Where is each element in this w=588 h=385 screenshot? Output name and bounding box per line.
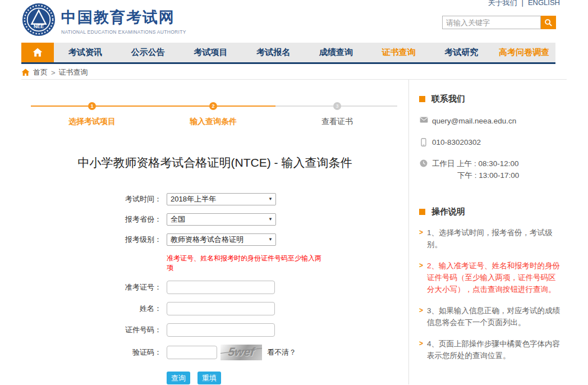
captcha-row: 验证码： 5wef 看不清？ [21,345,408,360]
province-row: 报考省份： 全国 ▼ [21,213,408,226]
captcha-input[interactable] [167,346,217,359]
instruction-item-2: > 2、输入准考证号、姓名和报考时的身份证件号码（至少输入两项，证件号码区分大小… [419,260,573,295]
arrow-marker-icon: > [419,227,423,250]
instruction-text: 4、页面上部操作步骤中橘黄色字体内容表示您所处的查询位置。 [427,338,563,361]
level-value: 教师资格考试合格证明 [171,235,244,244]
arrow-marker-icon: > [419,338,423,361]
phone-icon [419,138,428,146]
step-1-label: 选择考试项目 [53,117,131,127]
button-row: 查询 重填 [167,372,408,384]
instruction-item-3: > 3、如果输入信息正确，对应考试的成绩信息将会在下一个页面列出。 [419,305,573,328]
contact-phone: 010-83020302 [432,138,481,147]
sidebar: 联系我们 query@mail.neea.edu.cn [409,80,573,384]
step-3-label: 查看证书 [298,117,376,127]
instructions-section-title: 操作说明 [419,207,573,217]
captcha-label: 验证码： [21,347,167,358]
breadcrumb-separator: > [51,68,56,77]
step-2-label: 输入查询条件 [174,117,252,127]
instruction-text: 2、输入准考证号、姓名和报考时的身份证件号码（至少输入两项，证件号码区分大小写）… [427,260,563,295]
nav-item-score-query[interactable]: 成绩查询 [305,43,368,62]
instruction-text: 3、如果输入信息正确，对应考试的成绩信息将会在下一个页面列出。 [427,305,563,328]
breadcrumb-home-link[interactable]: 首页 [33,67,48,77]
arrow-marker-icon: > [419,305,423,328]
page-title: 中小学教师资格考试合格证明(NTCE) - 输入查询条件 [21,155,408,171]
contact-phone-row: 010-83020302 [419,138,573,147]
exam-time-label: 考试时间： [21,194,167,204]
province-label: 报考省份： [21,214,167,224]
site-subtitle: NATIONAL EDUCATION EXAMINATIONS AUTHORIT… [61,29,186,35]
arrow-marker-icon: > [419,260,423,295]
query-form: 考试时间： 2018年上半年 ▼ 报考省份： 全国 ▼ 报考级别： [21,193,408,384]
clock-icon [419,159,428,167]
instructions-title-text: 操作说明 [431,207,465,217]
top-links: 关于我们|ENGLISH [488,0,560,8]
nav-home-button[interactable] [21,43,54,62]
captcha-text: 5wef [220,345,262,359]
main-nav: 考试资讯 公示公告 考试项目 考试报名 成绩查询 证书查询 考试研究 高考问卷调… [21,43,555,64]
name-input[interactable] [167,302,275,315]
english-link[interactable]: ENGLISH [528,0,560,7]
search-input[interactable] [442,16,541,29]
step-3-circle: 3 [333,102,341,110]
nav-item-gaokao-survey[interactable]: 高考问卷调查 [493,43,555,62]
nav-item-exam-programs[interactable]: 考试项目 [180,43,242,62]
instruction-item-4: > 4、页面上部操作步骤中橘黄色字体内容表示您所处的查询位置。 [419,338,573,361]
level-select[interactable]: 教师资格考试合格证明 ▼ [167,233,276,246]
main-column: 1 2 3 选择考试项目 输入查询条件 查看证书 中小学教师资格考试合格证明(N… [21,80,408,384]
search-box [442,16,556,29]
instructions-section: 操作说明 > 1、选择考试时间，报考省份，考试级别。 > 2、输入准考证号、姓名… [419,207,573,361]
query-button[interactable]: 查询 [167,372,190,384]
instruction-item-1: > 1、选择考试时间，报考省份，考试级别。 [419,227,573,250]
level-row: 报考级别： 教师资格考试合格证明 ▼ [21,233,408,246]
steps-progress [31,106,275,107]
instruction-text: 1、选择考试时间，报考省份，考试级别。 [427,227,563,250]
about-us-link[interactable]: 关于我们 [488,0,517,7]
captcha-refresh-link[interactable]: 看不清？ [267,347,296,358]
orange-square-bullet [419,209,425,215]
step-2-circle: 2 [209,102,217,110]
province-select[interactable]: 全国 ▼ [167,213,276,226]
page: NEE 中国教育考试网 NATIONAL EDUCATION EXAMINATI… [0,0,588,385]
top-links-divider: | [522,0,523,7]
search-icon [544,19,553,27]
ticket-number-input[interactable] [167,281,275,294]
progress-steps: 1 2 3 选择考试项目 输入查询条件 查看证书 [21,101,408,132]
contact-section-title: 联系我们 [419,94,573,104]
site-logo[interactable]: NEE 中国教育考试网 NATIONAL EDUCATION EXAMINATI… [21,2,186,37]
nav-item-certificate-query[interactable]: 证书查询 [368,43,430,62]
home-icon [33,48,43,57]
nav-item-public-notices[interactable]: 公示公告 [117,43,180,62]
exam-time-select[interactable]: 2018年上半年 ▼ [167,193,276,205]
contact-title-text: 联系我们 [431,94,465,104]
contact-email: query@mail.neea.edu.cn [432,116,516,126]
nav-item-exam-registration[interactable]: 考试报名 [242,43,305,62]
nav-item-exam-news[interactable]: 考试资讯 [54,43,117,62]
form-hint: 准考证号、姓名和报考时的身份证件号码至少输入两项 [167,254,323,273]
orange-square-bullet [419,96,425,102]
id-number-input[interactable] [167,323,275,337]
name-row: 姓名： [21,302,408,315]
name-label: 姓名： [21,304,167,314]
nav-item-exam-research[interactable]: 考试研究 [430,43,493,62]
reset-button[interactable]: 重填 [197,372,221,384]
step-1-circle: 1 [88,102,96,110]
dropdown-arrow-icon: ▼ [268,234,273,245]
site-name: 中国教育考试网 [61,7,186,27]
contact-hours-row: 工作日 上午 : 08:30-12:00 [419,159,573,168]
province-value: 全国 [171,215,185,223]
exam-time-row: 考试时间： 2018年上半年 ▼ [21,193,408,205]
breadcrumb-home-icon [21,68,30,76]
site-header: NEE 中国教育考试网 NATIONAL EDUCATION EXAMINATI… [0,0,588,43]
contact-hours-line2: 下午 : 13:00-17:00 [457,171,573,181]
content: 1 2 3 选择考试项目 输入查询条件 查看证书 中小学教师资格考试合格证明(N… [21,80,588,384]
breadcrumb-current: 证书查询 [59,67,88,77]
neea-emblem-icon: NEE [21,2,56,37]
id-number-label: 证件号码： [21,325,167,335]
search-button[interactable] [541,16,556,29]
exam-time-value: 2018年上半年 [171,195,216,203]
contact-hours-line1: 工作日 上午 : 08:30-12:00 [432,159,519,168]
captcha-image[interactable]: 5wef [220,345,262,360]
breadcrumb: 首页 > 证书查询 [21,64,567,80]
ticket-number-label: 准考证号： [21,282,167,292]
svg-text:NEE: NEE [34,24,44,29]
